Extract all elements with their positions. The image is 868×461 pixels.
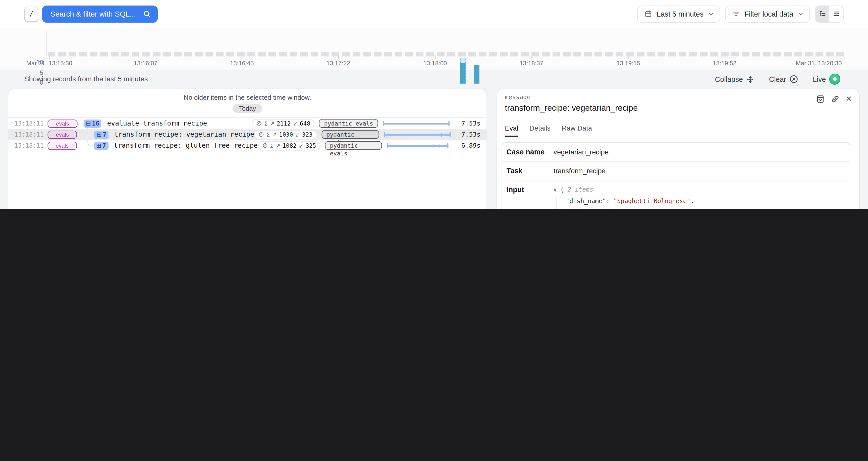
- detail-panel: message transform_recipe: vegetarian_rec…: [497, 89, 860, 209]
- x-axis-tick-mark: [242, 55, 242, 59]
- project-pill[interactable]: pydantic-evals: [321, 130, 379, 139]
- trace-row-selected[interactable]: 13:18:11 evals ⊞7 transform_recipe: vege…: [8, 129, 487, 140]
- live-toggle[interactable]: Live: [813, 73, 840, 85]
- sigma-icon: Σ: [264, 120, 268, 126]
- trace-list-panel: No older items in the selected time wind…: [8, 89, 487, 209]
- trace-tree-cell: ⊟16: [84, 119, 102, 128]
- input-row: Input ∨{ 2 items "dish_name": "Spaghetti…: [502, 181, 850, 209]
- clear-label: Clear: [769, 75, 786, 83]
- duration-bar: [387, 143, 448, 148]
- x-axis-tick-mark: [49, 55, 50, 59]
- archive-icon[interactable]: [816, 95, 825, 103]
- trace-label: transform_recipe: gluten_free_recipe: [114, 142, 258, 149]
- search-button[interactable]: Search & filter with SQL...: [42, 5, 158, 22]
- json-key: "dietary_restriction":: [566, 209, 647, 209]
- tab-raw-data[interactable]: Raw Data: [562, 125, 592, 136]
- json-entry: "dietary_restriction": "vegetarian",: [561, 208, 845, 209]
- token-usage-pill: Σ ↗2112 ↙648: [252, 119, 315, 128]
- output-tokens-count: 323: [302, 131, 313, 137]
- trace-row[interactable]: 13:18:11 evals ⊞7 transform_recipe: glut…: [8, 140, 487, 151]
- app-window: / Search & filter with SQL... Last 5 min…: [0, 0, 868, 209]
- x-axis-label: 13:18:00: [423, 60, 447, 66]
- output-tokens-count: 648: [300, 120, 310, 127]
- x-axis-tick-mark: [819, 55, 819, 59]
- filter-icon: [733, 10, 740, 18]
- children-count: 7: [102, 142, 106, 149]
- time-range-label: Last 5 minutes: [657, 10, 704, 18]
- trace-tag-badge: evals: [48, 130, 78, 139]
- search-icon: [143, 10, 151, 18]
- minus-box-icon: ⊟: [86, 120, 91, 127]
- filter-local-data-dropdown[interactable]: Filter local data: [725, 5, 810, 22]
- arrow-down-left-icon: ↙: [299, 143, 303, 149]
- x-axis-label: Mar 31. 13:15:30: [26, 60, 72, 66]
- chevron-down-icon[interactable]: ∨: [554, 186, 559, 194]
- slash-shortcut-key: /: [24, 6, 38, 21]
- today-pill-row: Today: [8, 104, 487, 113]
- tokens-coin-icon: [259, 132, 264, 137]
- duration-bar-cell: [387, 143, 451, 148]
- x-axis-tick-mark: [724, 55, 725, 59]
- input-json-viewer[interactable]: ∨{ 2 items "dish_name": "Spaghetti Bolog…: [554, 185, 845, 209]
- duration-bar: [383, 121, 449, 126]
- chevron-down-icon: [708, 11, 714, 17]
- live-label: Live: [813, 75, 826, 83]
- live-status-icon: [829, 73, 840, 85]
- collapse-children-badge[interactable]: ⊟16: [84, 119, 102, 128]
- trace-tag-badge: evals: [48, 141, 77, 150]
- x-axis-label: 13:19:52: [713, 60, 736, 66]
- trace-row-right: Σ ↗1030 ↙323 pydantic-evals 7.53s: [254, 130, 480, 139]
- x-axis-label: 13:19:15: [616, 60, 640, 66]
- duration-bar-cell: [384, 132, 450, 137]
- clear-button[interactable]: Clear: [769, 75, 799, 84]
- tree-view-icon: [818, 10, 826, 18]
- trace-duration: 7.53s: [450, 120, 480, 127]
- trace-label: evaluate transform_recipe: [107, 120, 207, 127]
- collapse-button[interactable]: Collapse: [715, 75, 755, 83]
- project-pill[interactable]: pydantic-evals: [325, 141, 382, 150]
- case-name-value: vegetarian_recipe: [554, 148, 609, 156]
- time-range-dropdown[interactable]: Last 5 minutes: [638, 5, 720, 22]
- task-row: Task transform_recipe: [502, 162, 850, 181]
- token-usage-pill: Σ ↗1030 ↙323: [254, 130, 317, 139]
- expand-children-badge[interactable]: ⊞7: [94, 141, 108, 150]
- tree-view-button[interactable]: [815, 6, 829, 22]
- trace-row[interactable]: 13:18:11 evals ⊟16 evaluate transform_re…: [8, 118, 487, 129]
- list-view-button[interactable]: [829, 6, 843, 22]
- detail-header-actions: ✕: [816, 95, 852, 103]
- records-histogram[interactable]: 10 5 0 Mar 31. 13:15:30 13:16:07 13:16:4…: [0, 28, 868, 70]
- arrow-down-left-icon: ↙: [295, 131, 300, 137]
- slash-key-label: /: [29, 10, 33, 18]
- x-axis-label: 13:17:22: [327, 60, 350, 66]
- x-axis-tick-mark: [435, 55, 435, 59]
- close-icon[interactable]: ✕: [846, 95, 852, 103]
- plus-box-icon: ⊞: [96, 142, 101, 149]
- trace-time: 13:18:11: [14, 120, 40, 127]
- task-value: transform_recipe: [554, 166, 606, 175]
- filter-label: Filter local data: [744, 10, 793, 18]
- expand-children-badge[interactable]: ⊞7: [94, 130, 109, 139]
- copy-link-icon[interactable]: [831, 95, 840, 103]
- toolbar-actions: Collapse Clear Live: [715, 73, 840, 85]
- detail-tabs: Eval Details Raw Data: [497, 112, 859, 136]
- top-bar: / Search & filter with SQL... Last 5 min…: [0, 0, 868, 28]
- tab-details[interactable]: Details: [529, 125, 551, 136]
- detail-title: transform_recipe: vegetarian_recipe: [505, 103, 851, 112]
- trace-rows: 13:18:11 evals ⊟16 evaluate transform_re…: [8, 118, 487, 151]
- trace-row-right: Σ ↗1082 ↙325 pydantic-evals 6.89s: [258, 141, 480, 150]
- trace-tree-cell: ⊞7: [83, 130, 109, 139]
- today-pill[interactable]: Today: [232, 104, 263, 113]
- tab-eval[interactable]: Eval: [505, 125, 518, 136]
- eval-card: Case name vegetarian_recipe Task transfo…: [502, 142, 850, 209]
- project-pill[interactable]: pydantic-evals: [319, 119, 378, 128]
- calendar-icon: [645, 10, 652, 18]
- json-comma: ,: [690, 197, 694, 205]
- trace-time: 13:18:11: [14, 142, 40, 149]
- items-count: 2 items: [568, 186, 593, 193]
- tokens-coin-icon: [256, 121, 262, 126]
- collapse-label: Collapse: [715, 75, 743, 83]
- task-label: Task: [506, 166, 554, 175]
- top-bar-right: Last 5 minutes Filter local data: [638, 5, 844, 22]
- duration-bar: [384, 132, 450, 137]
- children-count: 7: [103, 131, 106, 138]
